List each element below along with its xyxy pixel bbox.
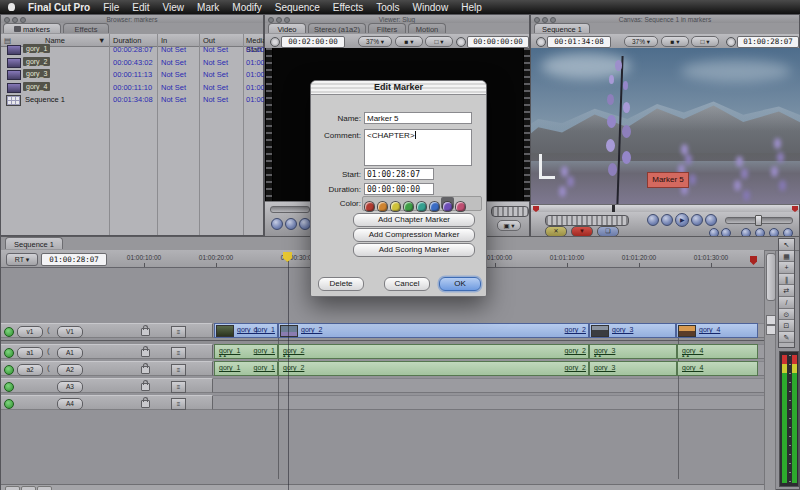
canvas-duration-timecode[interactable]: 00:01:34:08 [547, 36, 611, 48]
play-around-button[interactable] [661, 214, 673, 226]
source-patch-v1[interactable]: v1 [17, 326, 43, 338]
browser-row-gory3[interactable]: gory_3 00:00:11:13 Not Set Not Set 01:00… [1, 68, 263, 80]
film-sprocket-strip[interactable] [265, 48, 273, 201]
viewer-previous-edit-button[interactable] [271, 218, 283, 230]
lock-track-icon[interactable] [141, 349, 150, 357]
viewer-jog[interactable] [491, 206, 529, 217]
name-field[interactable]: Marker 5 [364, 112, 472, 124]
viewer-shuttle[interactable] [270, 206, 310, 213]
track-audible-toggle[interactable] [4, 348, 14, 358]
sequence-end-marker-icon[interactable] [750, 256, 757, 265]
menu-sequence[interactable]: Sequence [275, 2, 320, 13]
marker-color-blue[interactable] [428, 197, 441, 209]
start-field[interactable]: 01:00:28:07 [364, 168, 434, 180]
audio-clip-gory2-a2[interactable]: gory_2 gory_2 [278, 361, 589, 376]
track-height-toggle[interactable]: ≡ [171, 347, 186, 359]
clip-name[interactable]: gory_2 [23, 57, 50, 66]
viewer-playhead-sync-menu[interactable]: □ ▾ [425, 36, 453, 47]
video-clip-gory3[interactable]: gory_3 [589, 323, 676, 338]
source-patch-a2[interactable]: a2 [17, 364, 43, 376]
audio-clip-gory2-a1[interactable]: gory_2 gory_2 ▴▴ [278, 344, 589, 359]
selection-tool[interactable]: ↖ [779, 239, 794, 251]
slip-tool[interactable]: ⇄ [779, 285, 794, 297]
lock-track-icon[interactable] [141, 383, 150, 391]
track-lane-a3[interactable] [213, 378, 764, 393]
marker-color-orange[interactable] [376, 197, 389, 209]
menu-mark[interactable]: Mark [197, 2, 219, 13]
browser-row-gory1[interactable]: gory_1 00:00:28:07 Not Set Not Set 01:00… [1, 43, 263, 55]
tab-stereo[interactable]: Stereo (a1a2) [308, 23, 366, 33]
marker-color-yellow[interactable] [389, 197, 402, 209]
menu-window[interactable]: Window [413, 2, 449, 13]
menu-file[interactable]: File [103, 2, 119, 13]
audio-clip-gory1-a1[interactable]: gory_1 gory_1 ▴▴ [214, 344, 278, 359]
marker-color-purple[interactable] [441, 197, 454, 209]
scrubber-playhead[interactable] [612, 205, 615, 212]
crop-tool[interactable]: ⊡ [779, 320, 794, 332]
audio-clip-gory4-a2[interactable]: gory_4 [677, 361, 758, 376]
viewer-duration-timecode[interactable]: 00:02:00:00 [281, 36, 345, 48]
audio-clip-gory4-a1[interactable]: gory_4 ▴▴ [677, 344, 758, 359]
apple-menu-icon[interactable] [8, 3, 15, 11]
track-height-toggle[interactable]: ≡ [171, 398, 186, 410]
lock-track-icon[interactable] [141, 328, 150, 336]
canvas-current-timecode[interactable]: 01:00:28:07 [737, 36, 799, 48]
track-visibility-toggle[interactable] [4, 327, 14, 337]
timeline-tab-sequence-1[interactable]: Sequence 1 [5, 237, 63, 249]
menu-modify[interactable]: Modify [232, 2, 261, 13]
canvas-playhead-sync-menu[interactable]: □ ▾ [691, 36, 719, 47]
audio-clip-gory3-a1[interactable]: gory_3 ▴▴ [589, 344, 677, 359]
tab-filters[interactable]: Filters [368, 23, 406, 33]
source-patch-a1[interactable]: a1 [17, 347, 43, 359]
dest-patch-A3[interactable]: A3 [57, 381, 83, 393]
menu-effects[interactable]: Effects [333, 2, 363, 13]
tab-effects[interactable]: Effects [63, 23, 109, 33]
ok-button[interactable]: OK [439, 277, 481, 291]
rt-popup-button[interactable]: RT ▾ [6, 253, 38, 266]
tab-video[interactable]: Video [268, 23, 306, 33]
razor-blade-tool[interactable]: / [779, 297, 794, 309]
menu-tools[interactable]: Tools [376, 2, 399, 13]
duration-field[interactable]: 00:00:00:00 [364, 183, 434, 195]
scroll-arrow-button[interactable] [766, 315, 776, 325]
menu-view[interactable]: View [163, 2, 185, 13]
menu-help[interactable]: Help [461, 2, 482, 13]
play-button[interactable]: ▶ [675, 213, 689, 227]
dest-patch-A1[interactable]: A1 [57, 347, 83, 359]
add-compression-marker-button[interactable]: Add Compression Marker [353, 228, 475, 242]
canvas-jog[interactable] [545, 215, 629, 226]
track-height-toggle[interactable]: ≡ [171, 326, 186, 338]
add-scoring-marker-button[interactable]: Add Scoring Marker [353, 243, 475, 257]
viewer-current-timecode[interactable]: 00:00:00:00 [467, 36, 529, 48]
roll-tool[interactable]: ∥ [779, 274, 794, 286]
clip-overlays-toggle[interactable] [5, 486, 20, 490]
shuttle-knob[interactable] [755, 215, 762, 226]
viewer-play-around-button[interactable] [285, 218, 297, 230]
marker-color-pink[interactable] [454, 197, 467, 209]
menu-edit[interactable]: Edit [132, 2, 149, 13]
lock-track-icon[interactable] [141, 366, 150, 374]
browser-row-gory4[interactable]: gory_4 00:00:11:10 Not Set Not Set 01:00… [1, 81, 263, 93]
cancel-button[interactable]: Cancel [384, 277, 430, 291]
track-audible-toggle[interactable] [4, 399, 14, 409]
play-in-to-out-button[interactable] [691, 214, 703, 226]
edit-selection-tool[interactable]: ▦ [779, 251, 794, 263]
clip-name[interactable]: gory_4 [23, 82, 50, 91]
viewer-view-menu[interactable]: ■ ▾ [395, 36, 423, 47]
audio-clip-gory1-a2[interactable]: gory_1 gory_1 [214, 361, 278, 376]
video-clip-gory2[interactable]: gory_2 gory_2 [278, 323, 589, 338]
marker-color-red[interactable] [363, 197, 376, 209]
track-height-toggle[interactable]: ≡ [171, 381, 186, 393]
track-audible-toggle[interactable] [4, 365, 14, 375]
canvas-zoom-menu[interactable]: 37% ▾ [624, 36, 658, 47]
delete-button[interactable]: Delete [318, 277, 364, 291]
clip-name[interactable]: gory_1 [23, 44, 50, 53]
dest-patch-V1[interactable]: V1 [57, 326, 83, 338]
browser-row-sequence1[interactable]: Sequence 1 00:01:34:08 Not Set Not Set 0… [1, 93, 263, 105]
sequence-name[interactable]: Sequence 1 [25, 95, 65, 104]
audio-clip-gory3-a2[interactable]: gory_3 [589, 361, 677, 376]
comment-field[interactable]: <CHAPTER> [364, 129, 472, 166]
timeline-current-timecode[interactable]: 01:00:28:07 [41, 253, 107, 266]
viewer-zoom-menu[interactable]: 37% ▾ [358, 36, 392, 47]
clip-name[interactable]: gory_3 [23, 69, 50, 78]
